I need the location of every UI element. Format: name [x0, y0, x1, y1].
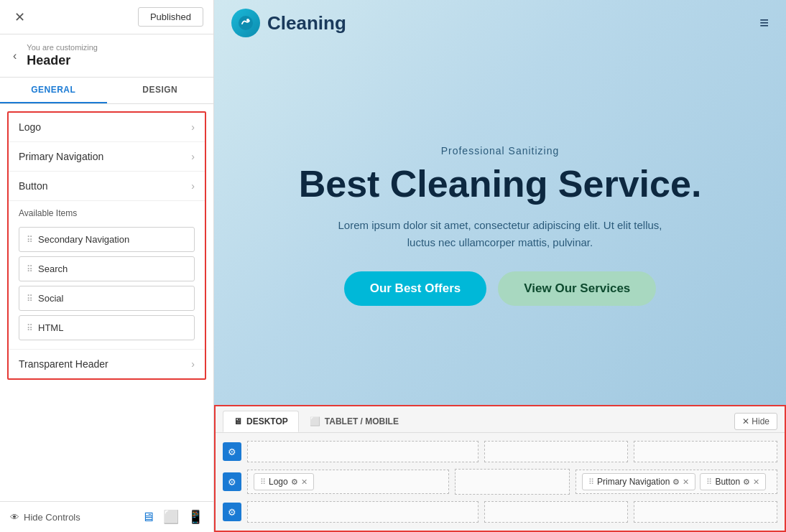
- customizing-text: You are customizing: [27, 43, 98, 52]
- best-offers-button[interactable]: Our Best Offers: [344, 271, 487, 306]
- hide-controls-button[interactable]: 👁 Hide Controls: [10, 512, 80, 523]
- hero-content: Professional Sanitizing Best Cleaning Se…: [214, 46, 786, 405]
- row2-center-area: [455, 469, 570, 495]
- logo-chip-remove-icon[interactable]: ✕: [301, 477, 308, 487]
- drag-handle-icon: ⠿: [27, 264, 32, 274]
- published-button[interactable]: Published: [138, 7, 203, 27]
- row2-left-content: ⠿ Logo ⚙ ✕: [247, 470, 449, 494]
- hero-title: Best Cleaning Service.: [299, 164, 702, 205]
- panel-content: Logo › Primary Navigation › Button › Ava…: [0, 104, 213, 501]
- desktop-device-icon[interactable]: 🖥: [142, 509, 154, 525]
- logo-chip[interactable]: ⠿ Logo ⚙ ✕: [254, 473, 314, 490]
- primary-nav-chevron-icon: ›: [191, 151, 195, 162]
- right-panel: Cleaning ≡ Professional Sanitizing Best …: [214, 0, 786, 532]
- settings-bordered-box: Logo › Primary Navigation › Button › Ava…: [7, 111, 206, 380]
- html-draggable[interactable]: ⠿ HTML: [19, 315, 195, 340]
- button-chip-label: Button: [715, 477, 740, 487]
- button-chip-gear-icon[interactable]: ⚙: [743, 477, 750, 487]
- logo-chip-label: Logo: [269, 477, 288, 487]
- hide-builder-button[interactable]: ✕ Hide: [734, 413, 777, 430]
- secondary-nav-item-label: Secondary Navigation: [38, 234, 129, 245]
- primary-nav-section-item[interactable]: Primary Navigation ›: [9, 142, 205, 172]
- hero-description: Lorem ipsum dolor sit amet, consectetur …: [328, 217, 672, 251]
- button-chip-drag-icon: ⠿: [706, 477, 712, 487]
- drag-handle-icon: ⠿: [27, 294, 32, 304]
- html-item-label: HTML: [38, 322, 63, 333]
- primary-nav-chip-remove-icon[interactable]: ✕: [683, 477, 689, 487]
- primary-nav-chip-label: Primary Navigation: [597, 477, 670, 487]
- row1-right-area: [484, 441, 628, 462]
- close-icon[interactable]: ✕: [10, 8, 29, 27]
- available-items-label: Available Items: [9, 201, 205, 223]
- secondary-nav-draggable[interactable]: ⠿ Secondary Navigation: [19, 227, 195, 252]
- logo-chevron-icon: ›: [191, 121, 195, 133]
- eye-icon: 👁: [10, 512, 19, 523]
- button-chevron-icon: ›: [191, 180, 195, 192]
- social-draggable[interactable]: ⠿ Social: [19, 286, 195, 311]
- search-item-label: Search: [38, 263, 68, 274]
- button-section-item[interactable]: Button ›: [9, 172, 205, 201]
- customizing-info: You are customizing Header: [27, 43, 98, 68]
- desktop-tab-icon: 🖥: [234, 416, 242, 426]
- back-section: ‹ You are customizing Header: [0, 34, 213, 78]
- builder-tab-desktop[interactable]: 🖥 DESKTOP: [223, 411, 299, 432]
- row3-right-area: [484, 501, 628, 523]
- row3-content: [247, 501, 478, 523]
- row2-left-items: ⠿ Logo ⚙ ✕: [254, 473, 443, 490]
- row1-gear-button[interactable]: ⚙: [223, 442, 241, 461]
- row3-gear-button[interactable]: ⚙: [223, 503, 241, 521]
- transparent-header-chevron-icon: ›: [191, 358, 195, 370]
- logo-section-item[interactable]: Logo ›: [9, 113, 205, 142]
- device-icons-group: 🖥 ⬜ 📱: [142, 509, 203, 525]
- builder-tab-tablet-mobile[interactable]: ⬜ TABLET / MOBILE: [299, 411, 410, 432]
- site-header: Cleaning ≡: [214, 0, 786, 46]
- transparent-header-item[interactable]: Transparent Header ›: [9, 349, 205, 378]
- builder-row-1: ⚙: [223, 439, 777, 465]
- primary-nav-chip-drag-icon: ⠿: [588, 477, 594, 487]
- logo-area: Cleaning: [231, 9, 346, 37]
- site-name: Cleaning: [267, 12, 346, 34]
- header-section-title: Header: [27, 53, 70, 67]
- tablet-tab-label: TABLET / MOBILE: [325, 416, 399, 426]
- builder-row-3: ⚙: [223, 499, 777, 525]
- desktop-tab-label: DESKTOP: [246, 416, 288, 426]
- logo-chip-drag-icon: ⠿: [260, 477, 266, 487]
- logo-icon: [231, 9, 260, 37]
- preview-area: Cleaning ≡ Professional Sanitizing Best …: [214, 0, 786, 405]
- row2-right-items: ⠿ Primary Navigation ⚙ ✕ ⠿ Button ⚙ ✕: [582, 473, 771, 490]
- tab-general[interactable]: GENERAL: [0, 78, 107, 103]
- row2-gear-button[interactable]: ⚙: [223, 472, 241, 491]
- back-arrow-button[interactable]: ‹: [10, 48, 19, 64]
- primary-nav-chip-gear-icon[interactable]: ⚙: [672, 477, 680, 487]
- svg-point-1: [246, 19, 249, 22]
- logo-chip-gear-icon[interactable]: ⚙: [291, 477, 298, 487]
- button-chip[interactable]: ⠿ Button ⚙ ✕: [700, 473, 766, 490]
- hamburger-menu-icon[interactable]: ≡: [759, 14, 769, 32]
- social-item-label: Social: [38, 293, 63, 304]
- mobile-device-icon[interactable]: 📱: [188, 509, 203, 525]
- view-services-button[interactable]: View Our Services: [498, 271, 656, 306]
- left-panel: ✕ Published ‹ You are customizing Header…: [0, 0, 214, 532]
- button-chip-remove-icon[interactable]: ✕: [753, 477, 759, 487]
- tabs-bar: GENERAL DESIGN: [0, 78, 213, 104]
- builder-section: 🖥 DESKTOP ⬜ TABLET / MOBILE ✕ Hide ⚙: [214, 405, 786, 532]
- drag-handle-icon: ⠿: [27, 235, 32, 245]
- row1-far-right-area: [634, 441, 777, 462]
- bottom-bar: 👁 Hide Controls 🖥 ⬜ 📱: [0, 501, 213, 532]
- row3-far-right-area: [634, 501, 777, 523]
- tab-design[interactable]: DESIGN: [107, 78, 214, 103]
- hero-buttons: Our Best Offers View Our Services: [344, 271, 657, 306]
- drag-handle-icon: ⠿: [27, 323, 32, 333]
- primary-nav-chip[interactable]: ⠿ Primary Navigation ⚙ ✕: [582, 473, 695, 490]
- search-draggable[interactable]: ⠿ Search: [19, 256, 195, 281]
- row1-content: [247, 441, 478, 462]
- hide-controls-label: Hide Controls: [24, 512, 80, 523]
- tablet-device-icon[interactable]: ⬜: [163, 509, 179, 525]
- builder-tabs-bar: 🖥 DESKTOP ⬜ TABLET / MOBILE ✕ Hide: [216, 406, 785, 433]
- primary-nav-label: Primary Navigation: [19, 151, 103, 162]
- available-items-list: ⠿ Secondary Navigation ⠿ Search ⠿ Social…: [9, 223, 205, 345]
- top-bar: ✕ Published: [0, 0, 213, 34]
- tablet-tab-icon: ⬜: [310, 416, 320, 426]
- row2-right-content: ⠿ Primary Navigation ⚙ ✕ ⠿ Button ⚙ ✕: [575, 470, 777, 494]
- hero-subtitle: Professional Sanitizing: [441, 145, 560, 157]
